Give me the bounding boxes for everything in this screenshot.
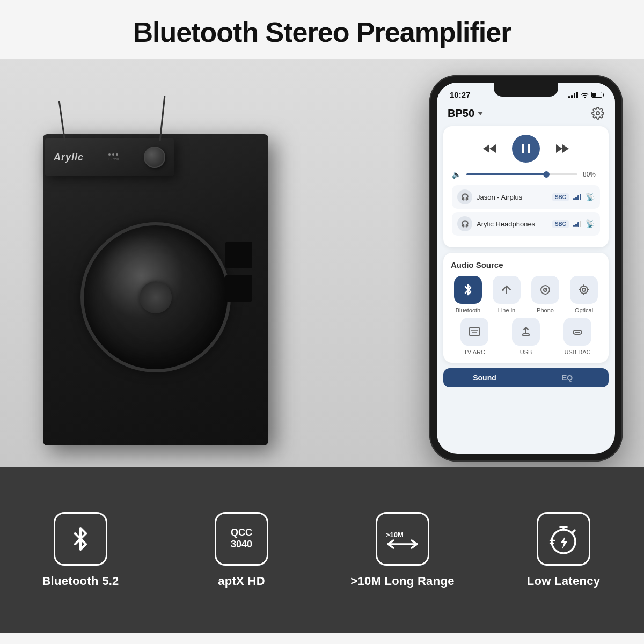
svg-point-1 bbox=[596, 112, 599, 115]
rewind-button[interactable] bbox=[482, 141, 497, 156]
device-row-1[interactable]: 🎧 Jason - Airplus SBC 📡 bbox=[452, 185, 600, 209]
tab-sound[interactable]: Sound bbox=[443, 368, 526, 387]
signal-bars-icon bbox=[568, 92, 578, 98]
bluetooth-feature-label: Bluetooth 5.2 bbox=[42, 574, 119, 588]
latency-feature-icon-box bbox=[537, 512, 590, 566]
volume-bar[interactable] bbox=[466, 173, 577, 175]
page-title: Bluetooth Stereo Preamplifier bbox=[0, 0, 644, 59]
feature-aptx: QCC3040 aptX HD bbox=[161, 512, 322, 588]
feature-range: >10M >10M Long Range bbox=[322, 512, 483, 588]
signal-bar-4 bbox=[576, 92, 578, 98]
device-2-name: Arylic Headphones bbox=[477, 220, 548, 228]
device-name[interactable]: BP50 bbox=[448, 107, 483, 120]
sig-bar-1 bbox=[573, 198, 575, 200]
gear-icon bbox=[591, 107, 604, 120]
phone-screen: 10:27 bbox=[437, 83, 615, 454]
usb-label: USB bbox=[520, 349, 532, 355]
usb-source-icon bbox=[512, 318, 540, 346]
device-2-signal bbox=[573, 221, 581, 227]
settings-button[interactable] bbox=[591, 107, 604, 120]
product-scene: Arylic BP50 bbox=[0, 59, 365, 467]
player-card: 🔈 80% 🎧 Jason - Airplus SBC bbox=[443, 126, 609, 247]
sig-bar-2 bbox=[575, 197, 577, 200]
aptx-feature-icon-box: QCC3040 bbox=[215, 512, 268, 566]
app-header: BP50 bbox=[437, 103, 615, 126]
port-hole-1 bbox=[225, 241, 252, 268]
svg-point-13 bbox=[582, 288, 586, 291]
status-icons bbox=[568, 92, 602, 98]
notch bbox=[494, 83, 558, 97]
tvarc-label: TV ARC bbox=[464, 349, 485, 355]
svg-marker-7 bbox=[562, 144, 569, 153]
device-row-2[interactable]: 🎧 Arylic Headphones SBC 📡 bbox=[452, 212, 600, 236]
bluetooth-label: Bluetooth bbox=[456, 307, 480, 313]
source-item-linein[interactable]: Line in bbox=[489, 276, 524, 313]
usbdac-source-icon bbox=[564, 318, 591, 346]
range-feature-label: >10M Long Range bbox=[350, 574, 454, 588]
source-item-optical[interactable]: Optical bbox=[567, 276, 601, 313]
range-feature-icon: >10M bbox=[384, 525, 421, 552]
amp-controls: BP50 bbox=[108, 153, 119, 162]
cast-icon-1[interactable]: 📡 bbox=[586, 193, 595, 201]
svg-rect-5 bbox=[528, 144, 530, 153]
volume-fill bbox=[466, 173, 546, 175]
status-time: 10:27 bbox=[450, 90, 470, 99]
svg-rect-4 bbox=[522, 144, 524, 153]
phone-frame: 10:27 bbox=[429, 75, 623, 462]
dropdown-arrow-icon[interactable] bbox=[478, 112, 483, 115]
amp-unit: Arylic BP50 bbox=[45, 138, 174, 176]
fast-forward-button[interactable] bbox=[555, 141, 570, 156]
svg-text:>10M: >10M bbox=[386, 531, 404, 539]
usbdac-label: USB DAC bbox=[565, 349, 591, 355]
bluetooth-feature-icon-box bbox=[54, 512, 107, 566]
battery-icon bbox=[591, 92, 602, 98]
sig-bar-7 bbox=[577, 222, 579, 227]
svg-point-11 bbox=[545, 289, 546, 290]
source-item-tvarc[interactable]: TV ARC bbox=[451, 318, 498, 355]
source-grid-row1: Bluetooth Line in bbox=[451, 276, 601, 313]
phono-label: Phono bbox=[537, 307, 554, 313]
source-item-bluetooth[interactable]: Bluetooth bbox=[451, 276, 485, 313]
volume-thumb[interactable] bbox=[543, 171, 550, 178]
qcc-text: QCC3040 bbox=[231, 527, 252, 550]
latency-feature-label: Low Latency bbox=[527, 574, 601, 588]
svg-rect-14 bbox=[469, 328, 480, 335]
device-1-codec: SBC bbox=[552, 193, 569, 201]
linein-source-icon bbox=[493, 276, 521, 304]
amp-volume-knob[interactable] bbox=[144, 147, 165, 168]
source-grid-row2: TV ARC USB bbox=[451, 318, 601, 355]
tvarc-source-icon bbox=[460, 318, 488, 346]
sig-bar-3 bbox=[577, 195, 579, 200]
signal-bar-2 bbox=[571, 95, 573, 98]
signal-bar-1 bbox=[568, 96, 570, 98]
phono-source-icon bbox=[531, 276, 559, 304]
speaker-box bbox=[43, 134, 268, 445]
optical-label: Optical bbox=[575, 307, 593, 313]
port-hole-2 bbox=[225, 275, 252, 302]
cast-icon-2[interactable]: 📡 bbox=[586, 219, 595, 228]
signal-bar-3 bbox=[574, 93, 575, 98]
volume-icon: 🔈 bbox=[452, 170, 461, 179]
volume-percent: 80% bbox=[583, 171, 600, 178]
tab-eq[interactable]: EQ bbox=[526, 368, 609, 387]
feature-bar: Bluetooth 5.2 QCC3040 aptX HD >10M >10M … bbox=[0, 467, 644, 633]
headphone-icon-1: 🎧 bbox=[457, 189, 472, 204]
feature-bluetooth: Bluetooth 5.2 bbox=[0, 512, 161, 588]
optical-source-icon bbox=[570, 276, 598, 304]
svg-point-8 bbox=[502, 289, 504, 291]
play-pause-button[interactable] bbox=[512, 135, 540, 163]
svg-marker-2 bbox=[483, 144, 489, 153]
source-item-phono[interactable]: Phono bbox=[528, 276, 562, 313]
audio-source-card: Audio Source Bluetooth bbox=[443, 253, 609, 363]
source-item-usb[interactable]: USB bbox=[502, 318, 550, 355]
latency-feature-icon bbox=[545, 523, 582, 555]
sig-bar-5 bbox=[573, 225, 575, 227]
source-item-usbdac[interactable]: USB DAC bbox=[554, 318, 601, 355]
aptx-feature-label: aptX HD bbox=[218, 574, 265, 588]
volume-row: 🔈 80% bbox=[452, 170, 600, 179]
product-area: Arylic BP50 bbox=[0, 59, 644, 467]
amp-brand: Arylic bbox=[54, 152, 84, 163]
svg-point-12 bbox=[580, 286, 588, 294]
sig-bar-4 bbox=[580, 194, 581, 200]
svg-marker-3 bbox=[489, 144, 496, 153]
